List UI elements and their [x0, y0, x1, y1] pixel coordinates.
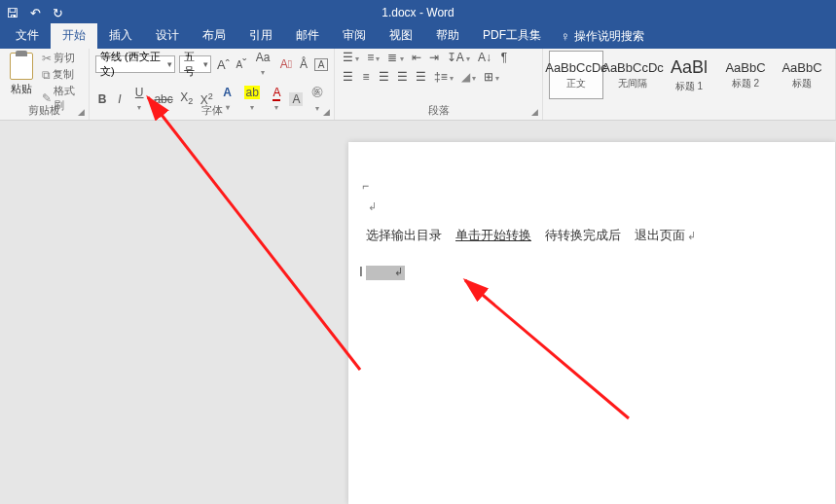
line-spacing-button[interactable]: ‡≡ — [432, 70, 455, 84]
tab-design[interactable]: 设计 — [144, 23, 191, 49]
paste-label: 粘贴 — [11, 82, 32, 96]
tell-me-label: 操作说明搜索 — [574, 28, 644, 45]
group-font: 等线 (西文正文) 五号 Aˆ Aˇ Aa Aͬ Å A B I U abc X… — [90, 49, 335, 120]
style-preview: AaBbCcDc — [545, 60, 607, 75]
style-preview: AaBbCcDc — [601, 60, 664, 75]
group-label-font: 字体 — [90, 103, 334, 118]
change-case-button[interactable]: Aa — [252, 51, 274, 78]
lightbulb-icon: ♀ — [561, 29, 570, 44]
window-title: 1.docx - Word — [382, 6, 454, 19]
tab-references[interactable]: 引用 — [237, 23, 284, 49]
style-preview: AaBl — [671, 57, 708, 78]
group-clipboard: 粘贴 ✂剪切 ⧉复制 ✎格式刷 剪贴板 ◢ — [0, 49, 90, 120]
text-segment: 选择输出目录 — [366, 228, 442, 244]
corner-mark-icon: ⌐ — [362, 179, 369, 193]
font-dialog-launcher[interactable]: ◢ — [323, 107, 330, 117]
save-icon[interactable]: 🖫 — [6, 6, 18, 20]
undo-icon[interactable]: ↶ — [30, 6, 41, 20]
font-name-combo[interactable]: 等线 (西文正文) — [95, 55, 175, 73]
text-line[interactable]: 选择输出目录 单击开始转换 待转换完成后 退出页面↲ — [366, 228, 812, 244]
ribbon-tabs: 文件 开始 插入 设计 布局 引用 邮件 审阅 视图 帮助 PDF工具集 ♀ 操… — [0, 25, 836, 49]
tab-review[interactable]: 审阅 — [331, 23, 378, 49]
decrease-indent-button[interactable]: ⇤ — [410, 51, 423, 64]
cut-button[interactable]: ✂剪切 — [42, 51, 83, 65]
align-left-button[interactable]: ☰ — [341, 70, 355, 84]
group-styles: AaBbCcDc正文AaBbCcDc无间隔AaBl标题 1AaBbC标题 2Aa… — [543, 49, 836, 120]
style-card[interactable]: AaBbC标题 2 — [718, 51, 773, 99]
bullets-button[interactable]: ☰ — [341, 51, 361, 64]
scissors-icon: ✂ — [42, 52, 52, 65]
phonetic-guide-button[interactable]: Å — [297, 57, 310, 71]
clipboard-dialog-launcher[interactable]: ◢ — [78, 107, 85, 117]
show-marks-button[interactable]: ¶ — [497, 51, 511, 64]
tab-mail[interactable]: 邮件 — [284, 23, 331, 49]
style-card[interactable]: AaBbCcDc无间隔 — [605, 51, 660, 99]
tab-layout[interactable]: 布局 — [191, 23, 237, 49]
page-content: ↲ 选择输出目录 单击开始转换 待转换完成后 退出页面↲ I ↲ — [348, 142, 835, 284]
tab-help[interactable]: 帮助 — [424, 23, 471, 49]
style-name: 标题 1 — [675, 80, 703, 93]
tab-home[interactable]: 开始 — [51, 23, 97, 49]
align-center-button[interactable]: ≡ — [359, 70, 373, 84]
paste-button[interactable]: 粘贴 — [6, 51, 36, 107]
clear-formatting-button[interactable]: Aͬ — [278, 57, 293, 71]
copy-icon: ⧉ — [42, 68, 51, 82]
font-size-combo[interactable]: 五号 — [179, 55, 211, 73]
style-preview: AaBbC — [781, 60, 821, 75]
tab-view[interactable]: 视图 — [378, 23, 424, 49]
distribute-button[interactable]: ☰ — [414, 70, 428, 84]
style-name: 无间隔 — [618, 77, 647, 90]
text-segment: 待转换完成后 — [545, 228, 621, 244]
tab-pdf[interactable]: PDF工具集 — [471, 23, 553, 49]
align-right-button[interactable]: ☰ — [377, 70, 391, 84]
clipboard-icon — [10, 53, 33, 80]
style-name: 标题 — [792, 77, 812, 90]
title-bar: 🖫 ↶ ↻ 1.docx - Word — [0, 0, 836, 25]
page[interactable]: ⌐ ↲ 选择输出目录 单击开始转换 待转换完成后 退出页面↲ I ↲ — [348, 142, 835, 504]
group-label-paragraph: 段落 — [335, 103, 542, 118]
shrink-font-button[interactable]: Aˇ — [235, 57, 248, 71]
paragraph-mark-icon: ↲ — [394, 266, 403, 278]
increase-indent-button[interactable]: ⇥ — [427, 51, 441, 64]
sort-button[interactable]: A↓ — [476, 51, 493, 64]
tab-insert[interactable]: 插入 — [97, 23, 144, 49]
tab-file[interactable]: 文件 — [4, 23, 51, 49]
text-cursor-icon: I — [359, 264, 363, 279]
style-preview: AaBbC — [725, 60, 765, 75]
multilevel-button[interactable]: ≣ — [385, 51, 405, 64]
borders-button[interactable]: ⊞ — [482, 70, 501, 84]
text-segment-underlined: 单击开始转换 — [455, 228, 531, 244]
justify-button[interactable]: ☰ — [395, 70, 410, 84]
redo-icon[interactable]: ↻ — [53, 6, 63, 20]
char-border-button[interactable]: A — [314, 58, 328, 71]
group-label-clipboard: 剪贴板 — [0, 103, 89, 118]
ribbon: 粘贴 ✂剪切 ⧉复制 ✎格式刷 剪贴板 ◢ 等线 (西文正文) 五号 Aˆ Aˇ… — [0, 49, 836, 121]
grow-font-button[interactable]: Aˆ — [215, 57, 231, 72]
style-name: 标题 2 — [732, 77, 759, 90]
tell-me-search[interactable]: ♀ 操作说明搜索 — [553, 28, 652, 49]
style-name: 正文 — [566, 77, 586, 90]
numbering-button[interactable]: ≡ — [365, 51, 382, 64]
paragraph-dialog-launcher[interactable]: ◢ — [531, 107, 538, 117]
text-segment: 退出页面↲ — [635, 228, 696, 244]
quick-access-toolbar: 🖫 ↶ ↻ — [6, 6, 63, 20]
text-selection[interactable]: I ↲ — [366, 266, 405, 280]
document-area: ⌐ ↲ 选择输出目录 单击开始转换 待转换完成后 退出页面↲ I ↲ — [0, 121, 836, 504]
shading-button[interactable]: ◢ — [459, 70, 478, 84]
style-card[interactable]: AaBl标题 1 — [662, 51, 716, 99]
paragraph-mark-icon: ↲ — [368, 200, 377, 212]
copy-button[interactable]: ⧉复制 — [42, 67, 83, 82]
style-card[interactable]: AaBbC标题 — [775, 51, 829, 99]
group-paragraph: ☰ ≡ ≣ ⇤ ⇥ ↧A A↓ ¶ ☰ ≡ ☰ ☰ ☰ ‡≡ ◢ ⊞ 段落 ◢ — [335, 49, 543, 120]
text-direction-button[interactable]: ↧A — [445, 51, 472, 64]
style-card[interactable]: AaBbCcDc正文 — [549, 51, 603, 99]
